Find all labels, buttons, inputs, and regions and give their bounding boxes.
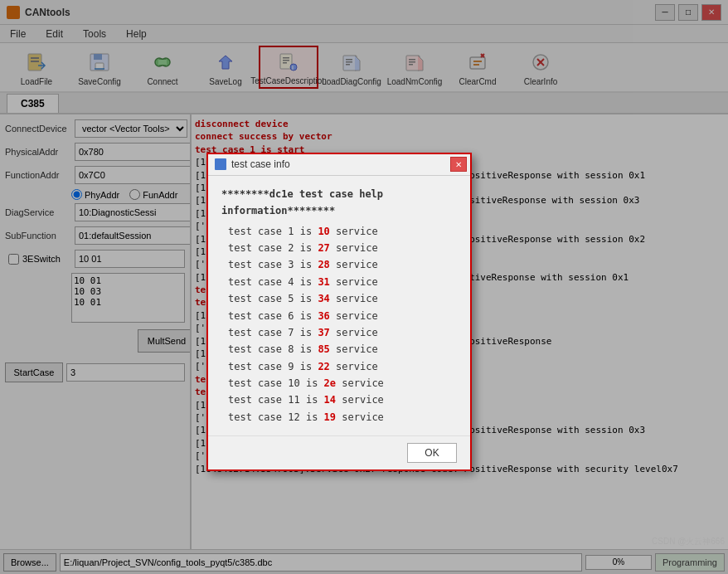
modal-overlay: test case info ✕ ********dc1e test case … <box>0 0 728 574</box>
modal-case-line: test case 7 is 37 service <box>221 324 457 341</box>
modal-title-bar: test case info ✕ <box>208 154 470 176</box>
modal-case-line: test case 2 is 27 service <box>221 240 457 256</box>
modal-body: ********dc1e test case help information*… <box>208 176 470 435</box>
modal-header: ********dc1e test case help information*… <box>221 186 457 220</box>
modal-title-text: test case info <box>231 158 290 170</box>
watermark: CSDN @火云神666 <box>652 536 725 547</box>
modal-icon <box>215 158 226 170</box>
modal-case-line: test case 10 is 2e service <box>221 375 457 392</box>
test-case-info-modal: test case info ✕ ********dc1e test case … <box>206 153 472 471</box>
modal-case-line: test case 4 is 31 service <box>221 274 457 290</box>
modal-case-line: test case 8 is 85 service <box>221 341 457 358</box>
modal-case-line: test case 5 is 34 service <box>221 290 457 307</box>
modal-case-line: test case 11 is 14 service <box>221 392 457 408</box>
modal-case-line: test case 12 is 19 service <box>221 409 457 426</box>
modal-case-line: test case 1 is 10 service <box>221 223 457 240</box>
modal-case-line: test case 3 is 28 service <box>221 256 457 273</box>
modal-case-line: test case 6 is 36 service <box>221 308 457 324</box>
modal-case-line: test case 9 is 22 service <box>221 358 457 375</box>
modal-close-button[interactable]: ✕ <box>450 157 467 172</box>
modal-ok-button[interactable]: OK <box>407 443 457 463</box>
modal-footer: OK <box>208 435 470 469</box>
modal-cases: test case 1 is 10 servicetest case 2 is … <box>221 223 457 426</box>
